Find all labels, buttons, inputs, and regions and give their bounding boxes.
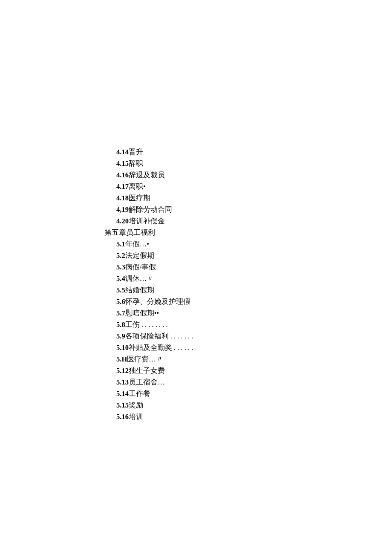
toc-text: 晋升	[129, 148, 143, 156]
toc-number: 4.20	[116, 217, 129, 225]
toc-text: 培训	[129, 413, 143, 421]
toc-text: 年假	[125, 240, 140, 248]
toc-number: 4.17	[116, 182, 129, 191]
toc-entry: 4,19解除劳动合同	[104, 204, 193, 215]
toc-number: 4.14	[116, 148, 129, 156]
toc-number: 5.6	[116, 298, 125, 306]
toc-trail: ••	[154, 309, 159, 317]
toc-text: 独生子女费	[129, 367, 165, 375]
toc-number: 5.2	[116, 251, 125, 260]
toc-entry: 4.16辞退及裁员	[104, 169, 193, 181]
toc-number: 5.13	[116, 378, 129, 386]
toc-text: 解除劳动合同	[129, 205, 172, 214]
toc-text: 慰唁假期	[125, 309, 154, 317]
toc-text: 法定假期	[125, 251, 154, 260]
toc-number: 5.1	[116, 240, 125, 248]
toc-chapter-heading: 第五章员工福利	[104, 227, 193, 238]
toc-trail: …〃	[149, 355, 163, 363]
toc-number: 4.16	[116, 171, 129, 179]
toc-entry: 5.9各项保险福利 . . . . . . .	[104, 330, 193, 342]
toc-entry: 5.14工作餐	[104, 388, 193, 399]
toc-entry: 4.17离职•	[104, 181, 193, 192]
toc-entry: 5.12独生子女费	[104, 365, 193, 376]
toc-entry: 5.10补贴及全勤奖 . . . . . .	[104, 342, 193, 353]
toc-number: 4.15	[116, 159, 129, 168]
toc-entry: 5.3病假/事假	[104, 261, 193, 273]
toc-number: 5.4	[116, 275, 125, 283]
toc-text: 医疗期	[129, 194, 150, 202]
toc-number: 4.18	[116, 194, 129, 202]
toc-text: 怀孕、分娩及护理假	[125, 298, 190, 306]
toc-number: 5.15	[116, 401, 129, 409]
toc-trail: …•	[140, 240, 149, 248]
toc-trail: . . . . . . . .	[140, 321, 168, 329]
toc-entry: 4.15辞职	[104, 158, 193, 169]
toc-text: 结婚假期	[125, 286, 154, 294]
toc-entry: 5.5结婚假期	[104, 284, 193, 296]
toc-trail: …	[158, 378, 165, 386]
toc-entry: 5.15奖励	[104, 399, 193, 411]
toc-text: 病假/事假	[125, 263, 156, 271]
toc-text: 员工宿舍	[129, 378, 158, 386]
toc-number: 5.10	[116, 344, 129, 352]
toc-number: 5.9	[116, 332, 125, 340]
toc-trail: …〃	[140, 275, 154, 283]
toc-text: 奖励	[129, 401, 143, 409]
toc-entry: 4.14晋升	[104, 146, 193, 158]
toc-entry: 5.7慰唁假期••	[104, 307, 193, 319]
toc-text: 工作餐	[129, 390, 150, 398]
toc-text: 辞职	[129, 159, 143, 168]
toc-content: 4.14晋升4.15辞职4.16辞退及裁员4.17离职•4.18医疗期4,19解…	[104, 146, 193, 422]
toc-number: 5.12	[116, 367, 129, 375]
toc-heading-text: 第五章员工福利	[104, 228, 155, 237]
toc-number: 5.H	[116, 355, 127, 363]
toc-text: 补贴及全勤奖	[129, 344, 172, 352]
toc-number: 5.3	[116, 263, 125, 271]
toc-trail: . . . . . . .	[169, 332, 193, 340]
toc-number: 5.14	[116, 390, 129, 398]
toc-trail: •	[143, 182, 146, 191]
toc-text: 培训补偿金	[129, 217, 165, 225]
toc-text: 医疗费	[127, 355, 149, 363]
toc-entry: 4.18医疗期	[104, 192, 193, 204]
toc-text: 调休	[125, 275, 140, 283]
toc-entry: 5.16培训	[104, 411, 193, 422]
toc-entry: 5.H医疗费…〃	[104, 353, 193, 365]
toc-entry: 5.8工伤 . . . . . . . .	[104, 319, 193, 330]
toc-number: 5.16	[116, 413, 129, 421]
toc-entry: 5.13员工宿舍…	[104, 376, 193, 388]
toc-entry: 4.20培训补偿金	[104, 215, 193, 227]
toc-number: 5.5	[116, 286, 125, 294]
toc-number: 5.7	[116, 309, 125, 317]
toc-text: 各项保险福利	[125, 332, 169, 340]
toc-number: 4,19	[116, 205, 129, 214]
toc-trail: . . . . . .	[172, 344, 193, 352]
toc-entry: 5.6怀孕、分娩及护理假	[104, 296, 193, 307]
toc-entry: 5.2法定假期	[104, 250, 193, 261]
toc-text: 工伤	[125, 321, 140, 329]
toc-entry: 5.4调休…〃	[104, 273, 193, 284]
toc-number: 5.8	[116, 321, 125, 329]
toc-entry: 5.1年假…•	[104, 238, 193, 250]
toc-text: 离职	[129, 182, 143, 191]
toc-text: 辞退及裁员	[129, 171, 165, 179]
